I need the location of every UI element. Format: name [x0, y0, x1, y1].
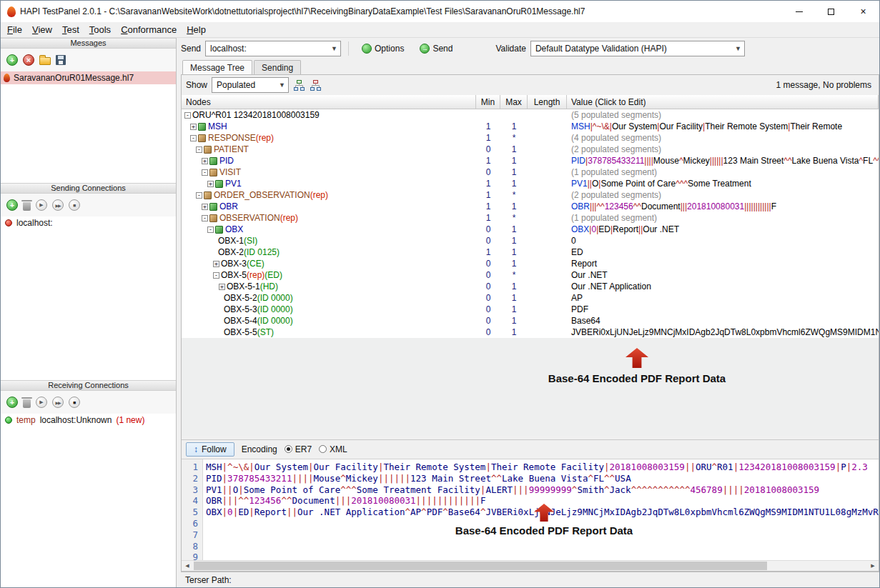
collapse-icon[interactable]: -: [196, 146, 202, 153]
tree-row[interactable]: +PV111PV1||O|Some Point of Care^^^Some T…: [182, 178, 879, 189]
tree-row[interactable]: -PATIENT01(2 populated segments): [182, 144, 879, 155]
tab-sending[interactable]: Sending: [254, 60, 301, 74]
tree-value-cell[interactable]: (1 populated segment): [567, 167, 879, 177]
tree-row[interactable]: OBX-5-4 (ID 0000)01Base64: [182, 315, 879, 327]
options-button[interactable]: Options: [356, 41, 410, 56]
tree-row[interactable]: -OBX-5 (rep) (ED)0*Our .NET: [182, 269, 879, 281]
hl7-editor[interactable]: 123456789 MSH|^~\&|Our System|Our Facili…: [182, 459, 879, 560]
tree-row[interactable]: OBX-5-5 (ST)01JVBERi0xLjUNJeLjz9MNCjMxID…: [182, 327, 879, 338]
add-connection-icon[interactable]: +: [6, 397, 18, 408]
tree-value-cell[interactable]: 0: [567, 236, 879, 246]
expand-icon[interactable]: +: [190, 124, 197, 130]
close-message-icon[interactable]: ×: [23, 54, 34, 66]
send-target-select[interactable]: localhost: ▼: [205, 41, 341, 56]
menu-tools[interactable]: Tools: [84, 24, 116, 36]
scroll-right-icon[interactable]: ▶: [867, 561, 879, 571]
tree-value-cell[interactable]: PDF: [567, 304, 879, 314]
add-connection-icon[interactable]: +: [6, 199, 18, 211]
tree-row[interactable]: +MSH11MSH|^~\&|Our System|Our Facility|T…: [182, 121, 879, 132]
tree-value-cell[interactable]: PID|378785433211||||Mouse^Mickey||||||12…: [567, 156, 879, 166]
tree-value-cell[interactable]: MSH|^~\&|Our System|Our Facility|Their R…: [567, 121, 879, 131]
tree-row[interactable]: -OBSERVATION (rep)1*(1 populated segment…: [182, 212, 879, 224]
menu-test[interactable]: Test: [57, 24, 84, 36]
tree-row[interactable]: -OBX01OBX|0|ED|Report||Our .NET: [182, 224, 879, 235]
tree-value-cell[interactable]: ED: [567, 247, 879, 257]
tree-value-cell[interactable]: PV1||O|Some Point of Care^^^Some Treatme…: [567, 179, 879, 189]
connection-list-item[interactable]: templocalhost:Unknown(1 new): [1, 414, 176, 427]
horizontal-scrollbar[interactable]: ◀ ▶: [182, 560, 879, 571]
minimize-button[interactable]: [783, 1, 815, 22]
connection-list-item[interactable]: localhost:: [1, 216, 176, 229]
open-file-icon[interactable]: [39, 57, 51, 65]
tree-value-cell[interactable]: OBR|||^^123456^^Document|||201810080031|…: [567, 201, 879, 211]
collapse-icon[interactable]: -: [202, 215, 208, 221]
tree-value-cell[interactable]: Our .NET: [567, 270, 879, 280]
start-all-connections-icon[interactable]: ▶▶: [52, 199, 64, 211]
menu-conformance[interactable]: Conformance: [116, 24, 182, 36]
tree-value-cell[interactable]: (4 populated segments): [567, 133, 879, 143]
scrollbar-thumb[interactable]: [194, 562, 767, 570]
scrollbar-track[interactable]: [193, 561, 867, 571]
send-button[interactable]: → Send: [414, 41, 458, 56]
expand-icon[interactable]: +: [207, 181, 214, 187]
collapse-icon[interactable]: -: [190, 135, 197, 141]
tree-row[interactable]: OBX-5-3 (ID 0000)01PDF: [182, 304, 879, 315]
tree-row[interactable]: +OBX-3 (CE)01Report: [182, 258, 879, 269]
show-select[interactable]: Populated ▼: [212, 77, 289, 93]
column-header-nodes: Nodes: [182, 95, 476, 109]
tree-row[interactable]: -VISIT01(1 populated segment): [182, 166, 879, 178]
save-icon[interactable]: [56, 55, 66, 65]
expand-icon[interactable]: +: [213, 261, 219, 267]
tree-value-cell[interactable]: Our .NET Application: [567, 281, 879, 291]
close-button[interactable]: ×: [847, 1, 879, 22]
encoding-xml-radio[interactable]: XML: [319, 444, 347, 454]
tree-value-cell[interactable]: JVBERi0xLjUNJeLjz9MNCjMxIDAgb2JqDTw8L0xp…: [567, 327, 879, 337]
collapse-icon[interactable]: -: [202, 169, 208, 176]
tree-row[interactable]: OBX-5-2 (ID 0000)01AP: [182, 292, 879, 304]
start-connection-icon[interactable]: ▶: [36, 397, 47, 408]
tree-value-cell[interactable]: (1 populated segment): [567, 213, 879, 223]
tree-value-cell[interactable]: OBX|0|ED|Report||Our .NET: [567, 224, 879, 234]
start-connection-icon[interactable]: ▶: [36, 199, 47, 211]
message-list-item[interactable]: SaravananOruR01Message.hl7: [1, 71, 176, 84]
tree-row[interactable]: OBX-1 (SI)010: [182, 235, 879, 246]
tree-value-cell[interactable]: (2 populated segments): [567, 190, 879, 200]
follow-button[interactable]: ↕ Follow: [186, 442, 234, 457]
tree-value-cell[interactable]: (5 populated segments): [567, 110, 879, 120]
menu-view[interactable]: View: [27, 24, 57, 36]
tree-value-cell[interactable]: Base64: [567, 316, 879, 326]
stop-connection-icon[interactable]: ■: [69, 397, 80, 408]
tree-row[interactable]: +OBX-5-1 (HD)01Our .NET Application: [182, 281, 879, 292]
tree-value-cell[interactable]: Report: [567, 259, 879, 269]
expand-icon[interactable]: +: [202, 158, 208, 164]
tree-row[interactable]: OBX-2 (ID 0125)11ED: [182, 246, 879, 258]
menu-file[interactable]: File: [2, 24, 27, 36]
delete-connection-icon[interactable]: [23, 202, 31, 211]
expand-all-icon[interactable]: [310, 79, 322, 91]
scroll-left-icon[interactable]: ◀: [182, 561, 193, 571]
menu-help[interactable]: Help: [182, 24, 211, 36]
stop-connection-icon[interactable]: ■: [69, 199, 80, 211]
tree-row[interactable]: +PID11PID|378785433211||||Mouse^Mickey||…: [182, 155, 879, 166]
collapse-icon[interactable]: -: [196, 192, 202, 199]
tree-row[interactable]: -ORU^R01 123420181008003159(5 populated …: [182, 109, 879, 121]
tree-value-cell[interactable]: AP: [567, 293, 879, 303]
delete-connection-icon[interactable]: [23, 399, 31, 408]
encoding-er7-radio[interactable]: ER7: [285, 444, 312, 454]
new-message-icon[interactable]: +: [6, 54, 18, 66]
node-datatype: (ID 0000): [257, 293, 293, 303]
tree-row[interactable]: -ORDER_OBSERVATION (rep)1*(2 populated s…: [182, 189, 879, 201]
maximize-button[interactable]: [815, 1, 847, 22]
collapse-icon[interactable]: -: [213, 272, 219, 279]
tree-row[interactable]: -RESPONSE (rep)1*(4 populated segments): [182, 132, 879, 144]
expand-icon[interactable]: +: [202, 204, 208, 210]
collapse-icon[interactable]: -: [184, 112, 191, 119]
tab-message-tree[interactable]: Message Tree: [182, 60, 252, 75]
start-all-connections-icon[interactable]: ▶▶: [52, 397, 64, 408]
expand-icon[interactable]: +: [219, 284, 225, 290]
validation-select[interactable]: Default Datatype Validation (HAPI) ▼: [530, 41, 745, 56]
tree-row[interactable]: +OBR11OBR|||^^123456^^Document|||2018100…: [182, 201, 879, 212]
collapse-all-icon[interactable]: [293, 79, 305, 91]
tree-value-cell[interactable]: (2 populated segments): [567, 144, 879, 154]
collapse-icon[interactable]: -: [207, 226, 214, 233]
